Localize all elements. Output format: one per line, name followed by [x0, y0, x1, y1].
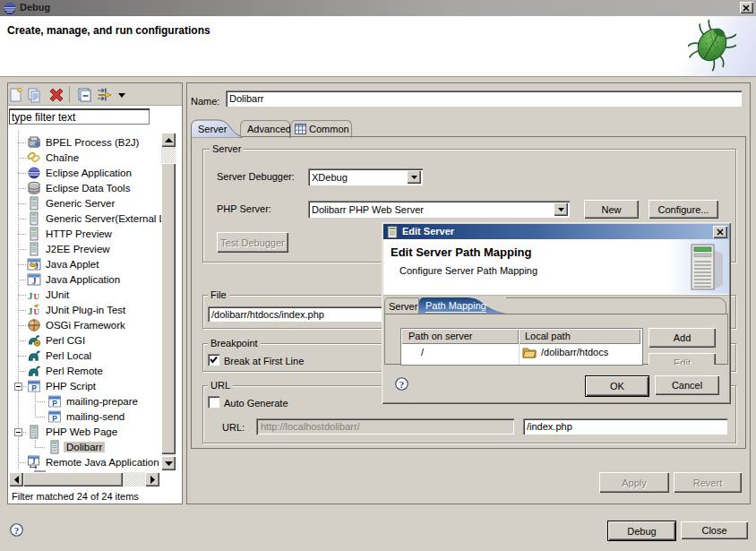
svg-text:?: ? [399, 379, 405, 390]
svg-text:J: J [32, 277, 37, 286]
svg-text:P: P [52, 414, 57, 423]
svg-text:J: J [32, 458, 36, 466]
svg-text:U: U [34, 307, 40, 316]
svg-text:?: ? [14, 525, 20, 536]
svg-text:J: J [28, 306, 33, 316]
svg-text:J: J [35, 262, 39, 271]
svg-text:J: J [28, 290, 33, 301]
svg-text:U: U [34, 292, 40, 301]
svg-text:P: P [52, 399, 57, 408]
